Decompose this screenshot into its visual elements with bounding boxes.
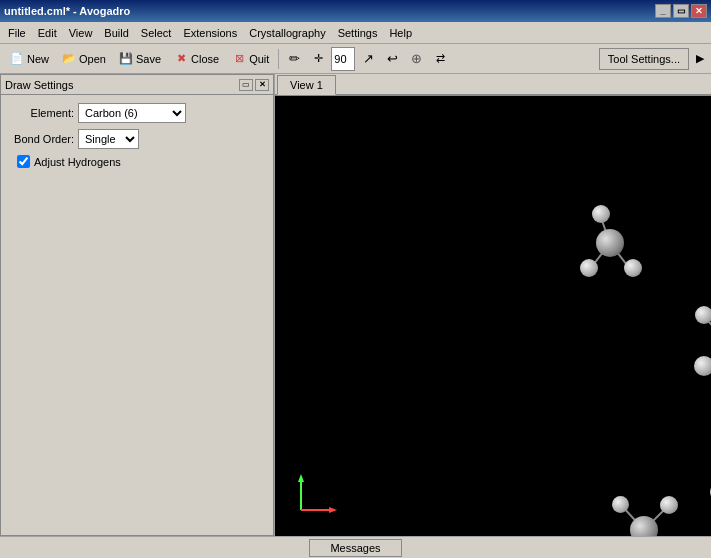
angle-display: 90 [331,47,355,71]
save-icon: 💾 [118,51,134,67]
navigate-tool-button[interactable]: ✛ [307,47,329,71]
atom-h6d [612,496,629,513]
nav2-tool-icon [408,51,424,67]
new-label: New [27,53,49,65]
select-tool-icon [360,51,376,67]
svg-marker-24 [298,474,304,482]
panel-header: Draw Settings ▭ ✕ [0,74,274,94]
atom-h3d [695,306,711,324]
quit-label: Quit [249,53,269,65]
move-tool-button[interactable]: ⇄ [429,47,451,71]
view-tab-bar: View 1 [275,74,711,96]
menu-view[interactable]: View [63,22,99,43]
adjust-hydrogens-checkbox[interactable] [17,155,30,168]
panel-close-button[interactable]: ✕ [255,79,269,91]
adjust-hydrogens-row: Adjust Hydrogens [17,155,265,168]
expand-icon: ▶ [696,52,704,65]
atom-c1 [596,229,624,257]
close-file-button[interactable]: ✖ Close [168,47,224,71]
axis-indicator [291,470,341,520]
left-panel: Draw Settings ▭ ✕ Element: Carbon (6) Hy… [0,74,275,536]
select-tool-button[interactable] [357,47,379,71]
nav2-tool-button[interactable] [405,47,427,71]
bond-order-row: Bond Order: Single Double Triple [9,129,265,149]
angle-value: 90 [334,53,346,65]
menu-bar: File Edit View Build Select Extensions C… [0,22,711,44]
close-window-button[interactable]: ✕ [691,4,707,18]
quit-button[interactable]: ⊠ Quit [226,47,274,71]
atom-h3a [694,356,711,376]
tool-settings-label: Tool Settings... [608,53,680,65]
save-label: Save [136,53,161,65]
menu-build[interactable]: Build [98,22,134,43]
menu-settings[interactable]: Settings [332,22,384,43]
undo-tool-icon [384,51,400,67]
status-bar: Messages [0,536,711,558]
messages-label: Messages [330,542,380,554]
menu-select[interactable]: Select [135,22,178,43]
view-tab-1-label: View 1 [290,79,323,91]
minimize-button[interactable]: _ [655,4,671,18]
menu-help[interactable]: Help [383,22,418,43]
right-panel: View 1 [275,74,711,536]
atom-h6c [660,496,678,514]
menu-extensions[interactable]: Extensions [177,22,243,43]
undo-tool-button[interactable] [381,47,403,71]
atom-h1c [592,205,610,223]
open-button[interactable]: 📂 Open [56,47,111,71]
navigate-tool-icon: ✛ [310,51,326,67]
title-bar-buttons[interactable]: _ ▭ ✕ [655,4,707,18]
bond-order-select[interactable]: Single Double Triple [78,129,139,149]
save-button[interactable]: 💾 Save [113,47,166,71]
title-bar: untitled.cml* - Avogadro _ ▭ ✕ [0,0,711,22]
atom-h1a [580,259,598,277]
main-content: Draw Settings ▭ ✕ Element: Carbon (6) Hy… [0,74,711,536]
panel-restore-button[interactable]: ▭ [239,79,253,91]
toolbar-sep1 [278,49,279,69]
element-row: Element: Carbon (6) Hydrogen (1) Nitroge… [9,103,265,123]
new-button[interactable]: 📄 New [4,47,54,71]
adjust-hydrogens-label: Adjust Hydrogens [34,156,121,168]
menu-crystallography[interactable]: Crystallography [243,22,331,43]
menu-file[interactable]: File [2,22,32,43]
quit-icon: ⊠ [231,51,247,67]
close-file-icon: ✖ [173,51,189,67]
bond-order-label: Bond Order: [9,133,74,145]
app-title: untitled.cml* - Avogadro [4,5,130,17]
atom-c6 [630,516,658,536]
viewport[interactable] [275,96,711,536]
close-file-label: Close [191,53,219,65]
restore-button[interactable]: ▭ [673,4,689,18]
panel-title: Draw Settings [5,79,73,91]
title-bar-title: untitled.cml* - Avogadro [4,5,130,17]
panel-body: Element: Carbon (6) Hydrogen (1) Nitroge… [0,94,274,536]
view-tab-1[interactable]: View 1 [277,75,336,95]
tool-settings-button[interactable]: Tool Settings... [599,48,689,70]
mol4-bonds [700,421,711,521]
element-select[interactable]: Carbon (6) Hydrogen (1) Nitrogen (7) Oxy… [78,103,186,123]
draw-tool-icon [286,51,302,67]
svg-marker-26 [329,507,337,513]
toolbar: 📄 New 📂 Open 💾 Save ✖ Close ⊠ Quit ✛ 90 … [0,44,711,74]
panel-buttons: ▭ ✕ [239,79,269,91]
new-icon: 📄 [9,51,25,67]
menu-edit[interactable]: Edit [32,22,63,43]
element-label: Element: [9,107,74,119]
open-icon: 📂 [61,51,77,67]
atom-h1b [624,259,642,277]
draw-tool-button[interactable] [283,47,305,71]
open-label: Open [79,53,106,65]
messages-tab[interactable]: Messages [309,539,401,557]
move-tool-icon: ⇄ [432,51,448,67]
expand-button[interactable]: ▶ [693,47,707,71]
